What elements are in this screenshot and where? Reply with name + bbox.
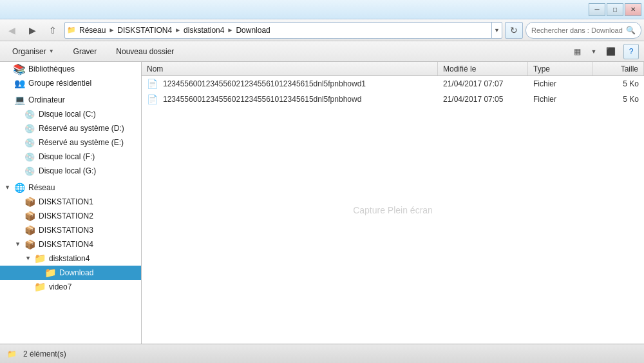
minimize-button[interactable]: ─ xyxy=(589,3,605,16)
reserve-d-icon: 💿 xyxy=(23,122,36,135)
sidebar-item-groupe-residentiel-label: Groupe résidentiel xyxy=(28,79,91,88)
search-icon[interactable]: 🔍 xyxy=(626,26,636,35)
sidebar-item-disque-g-label: Disque local (G:) xyxy=(39,166,96,175)
col-header-modifie[interactable]: Modifié le xyxy=(438,62,528,75)
refresh-button[interactable]: ↻ xyxy=(505,22,523,39)
status-bar: 📁 2 élément(s) xyxy=(0,344,644,363)
disque-g-icon: 💿 xyxy=(23,164,36,177)
help-button[interactable]: ? xyxy=(623,44,639,59)
preview-pane-button[interactable]: ⬛ xyxy=(603,44,618,59)
diskstation1-icon: 📦 xyxy=(23,195,36,208)
file-list: 📄 12345560012345560212345561012345615dnl… xyxy=(142,76,644,344)
search-input[interactable] xyxy=(531,26,626,34)
sidebar-item-diskstation3-label: DISKSTATION3 xyxy=(39,226,93,235)
sidebar: 📚 Bibliothèques 👥 Groupe résidentiel 💻 O… xyxy=(0,62,142,344)
file-modified-1: 21/04/2017 07:07 xyxy=(438,79,528,88)
breadcrumb-diskstation4-share[interactable]: diskstation4 xyxy=(182,26,225,35)
sidebar-item-diskstation4-share-label: diskstation4 xyxy=(49,254,90,263)
view-toggle-button[interactable]: ▦ xyxy=(569,44,585,59)
diskstation4-expand-arrow: ► xyxy=(13,239,23,250)
breadcrumb-download[interactable]: Download xyxy=(234,26,271,35)
col-header-taille[interactable]: Taille xyxy=(592,62,644,75)
download-icon: 📁 xyxy=(44,266,57,279)
sidebar-item-video7[interactable]: 📁 video7 xyxy=(0,280,141,294)
sidebar-item-reseau-label: Réseau xyxy=(28,183,55,192)
organiser-dropdown-arrow: ▼ xyxy=(49,48,54,54)
graver-button[interactable]: Graver xyxy=(66,44,104,59)
sidebar-item-disque-c-label: Disque local (C:) xyxy=(39,110,96,119)
sidebar-item-diskstation1[interactable]: 📦 DISKSTATION1 xyxy=(0,195,141,209)
file-size-2: 5 Ko xyxy=(592,95,644,104)
file-type-1: Fichier xyxy=(528,79,592,88)
breadcrumb: Réseau ► DISKSTATION4 ► diskstation4 ► D… xyxy=(78,23,491,38)
sidebar-item-reserve-e[interactable]: 💿 Réservé au système (E:) xyxy=(0,135,141,150)
disque-f-icon: 💿 xyxy=(23,150,36,163)
view-dropdown-button[interactable]: ▼ xyxy=(586,44,601,59)
status-folder-icon: 📁 xyxy=(5,348,18,360)
file-row-2[interactable]: 📄 12345560012345560212345561012345615dnl… xyxy=(142,92,644,107)
diskstation2-icon: 📦 xyxy=(23,210,36,222)
ordinateur-icon: 💻 xyxy=(13,93,26,106)
address-folder-icon: 📁 xyxy=(65,22,78,39)
status-count: 2 élément(s) xyxy=(23,349,66,358)
watermark: Capture Plein écran xyxy=(353,205,433,215)
sidebar-item-diskstation4-share[interactable]: ► 📁 diskstation4 xyxy=(0,251,141,266)
sidebar-item-diskstation2[interactable]: 📦 DISKSTATION2 xyxy=(0,209,141,223)
window-controls: ─ □ ✕ xyxy=(589,3,641,16)
sidebar-item-diskstation1-label: DISKSTATION1 xyxy=(39,197,93,206)
diskstation3-icon: 📦 xyxy=(23,224,36,237)
sidebar-wrapper: 📚 Bibliothèques 👥 Groupe résidentiel 💻 O… xyxy=(0,62,142,344)
sidebar-item-bibliotheques-label: Bibliothèques xyxy=(28,64,75,74)
file-type-2: Fichier xyxy=(528,95,592,104)
sidebar-item-video7-label: video7 xyxy=(49,282,71,291)
col-header-type[interactable]: Type xyxy=(528,62,592,75)
sidebar-item-diskstation2-label: DISKSTATION2 xyxy=(39,211,93,221)
sidebar-item-disque-c[interactable]: 💿 Disque local (C:) xyxy=(0,107,141,121)
col-header-nom[interactable]: Nom xyxy=(142,62,438,75)
nouveau-dossier-button[interactable]: Nouveau dossier xyxy=(109,44,181,59)
search-bar[interactable]: 🔍 xyxy=(526,22,641,39)
diskstation4-icon: 📦 xyxy=(23,238,36,251)
sidebar-item-disque-f-label: Disque local (F:) xyxy=(39,152,95,161)
file-modified-2: 21/04/2017 07:05 xyxy=(438,95,528,104)
reseau-icon: 🌐 xyxy=(13,181,26,194)
sidebar-item-bibliotheques[interactable]: 📚 Bibliothèques xyxy=(0,62,141,76)
close-button[interactable]: ✕ xyxy=(625,3,641,16)
sidebar-item-ordinateur-label: Ordinateur xyxy=(28,95,65,104)
diskstation4-share-expand-arrow: ► xyxy=(23,253,33,264)
file-icon-1: 📄 xyxy=(147,79,158,89)
address-bar[interactable]: 📁 Réseau ► DISKSTATION4 ► diskstation4 ►… xyxy=(64,22,502,39)
sidebar-item-reseau[interactable]: ► 🌐 Réseau xyxy=(0,181,141,195)
forward-button[interactable]: ▶ xyxy=(23,22,41,39)
sidebar-item-diskstation3[interactable]: 📦 DISKSTATION3 xyxy=(0,223,141,237)
sidebar-item-download[interactable]: 📁 Download xyxy=(0,266,141,280)
title-bar: ─ □ ✕ xyxy=(0,0,644,19)
reserve-e-icon: 💿 xyxy=(23,136,36,149)
sidebar-item-groupe-residentiel[interactable]: 👥 Groupe résidentiel xyxy=(0,76,141,90)
breadcrumb-reseau[interactable]: Réseau xyxy=(78,26,107,35)
file-size-1: 5 Ko xyxy=(592,79,644,88)
main-area: 📚 Bibliothèques 👥 Groupe résidentiel 💻 O… xyxy=(0,62,644,344)
sidebar-item-diskstation4[interactable]: ► 📦 DISKSTATION4 xyxy=(0,237,141,251)
maximize-button[interactable]: □ xyxy=(607,3,623,16)
toolbar: Organiser ▼ Graver Nouveau dossier ▦ ▼ ⬛… xyxy=(0,41,644,62)
sidebar-item-reserve-d[interactable]: 💿 Réservé au système (D:) xyxy=(0,121,141,135)
file-row-1[interactable]: 📄 12345560012345560212345561012345615dnl… xyxy=(142,76,644,92)
file-name-2: 📄 12345560012345560212345561012345615dnl… xyxy=(142,94,438,104)
file-icon-2: 📄 xyxy=(147,94,158,104)
sidebar-item-disque-g[interactable]: 💿 Disque local (G:) xyxy=(0,164,141,178)
groupe-residentiel-icon: 👥 xyxy=(13,77,26,90)
address-dropdown-arrow[interactable]: ▼ xyxy=(491,22,502,39)
back-button[interactable]: ◀ xyxy=(3,22,21,39)
navigation-bar: ◀ ▶ ⇧ 📁 Réseau ► DISKSTATION4 ► diskstat… xyxy=(0,19,644,41)
sidebar-item-disque-f[interactable]: 💿 Disque local (F:) xyxy=(0,150,141,164)
sidebar-item-reserve-e-label: Réservé au système (E:) xyxy=(39,138,124,147)
sidebar-item-ordinateur[interactable]: 💻 Ordinateur xyxy=(0,93,141,107)
up-button[interactable]: ⇧ xyxy=(44,22,62,39)
breadcrumb-diskstation4[interactable]: DISKSTATION4 xyxy=(116,26,173,35)
content-pane: Nom Modifié le Type Taille 📄 12345560012… xyxy=(142,62,644,344)
sidebar-item-download-label: Download xyxy=(59,268,93,277)
sidebar-item-reserve-d-label: Réservé au système (D:) xyxy=(39,124,124,133)
video7-icon: 📁 xyxy=(33,280,46,293)
organiser-button[interactable]: Organiser ▼ xyxy=(5,44,61,59)
